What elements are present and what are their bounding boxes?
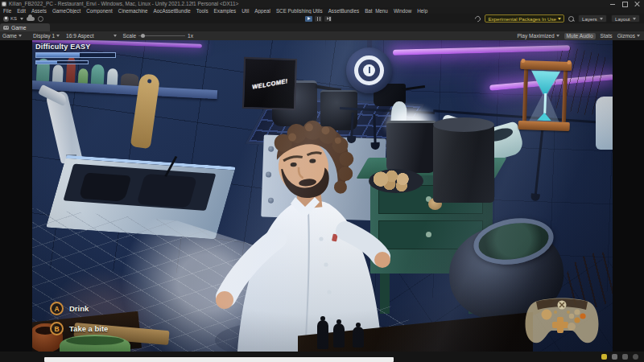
step-button[interactable] [324,15,332,23]
pause-button[interactable] [314,15,323,23]
display-dropdown[interactable]: Display 1 [33,33,60,39]
gizmos-label: Gizmos [617,33,635,39]
mute-audio-label: Mute Audio [567,33,593,39]
layout-dropdown[interactable]: Layout [611,14,640,23]
console-icon[interactable] [612,354,617,360]
chevron-down-icon [558,18,561,20]
gizmos-dropdown[interactable]: Gizmos [617,33,640,39]
menu-bat-menu[interactable]: Bat_Menu [365,8,388,14]
menu-tools[interactable]: Tools [196,8,208,14]
mute-audio-toggle[interactable]: Mute Audio [564,33,596,39]
game-mode-dropdown[interactable]: Game [2,33,22,39]
menu-edit[interactable]: Edit [17,8,26,14]
menu-cinemachine[interactable]: Cinemachine [118,8,148,14]
hourglass-post [522,68,528,122]
chevron-down-icon [19,35,22,37]
button-b-badge: B [50,322,64,335]
services-icon[interactable] [38,16,43,22]
difficulty-progress-bar [35,52,116,58]
menu-assets[interactable]: Assets [31,8,47,14]
gamepad-overlay-icon [523,294,601,348]
hourglass-sand-top [530,70,560,94]
chevron-down-icon [556,35,559,37]
scale-slider-knob[interactable] [141,34,145,38]
status-progress-bar [44,357,394,362]
difficulty-label: Difficulty EASY [35,43,91,51]
welcome-sign: WELCOME! [242,57,297,110]
warning-icon[interactable] [601,354,607,360]
menu-help[interactable]: Help [417,8,427,14]
maximize-icon[interactable] [622,2,627,6]
play-button[interactable] [304,15,313,23]
account-button[interactable]: KS [3,16,23,22]
prompt-take-a-bite-label: Take a bite [69,324,108,333]
window-title: Kilian_FB2022_PC - Restaurant_Envi - Win… [9,0,238,7]
play-icon [308,17,311,20]
close-icon[interactable] [634,2,639,6]
tab-game[interactable]: Game [0,23,50,31]
menu-gameobject[interactable]: GameObject [52,8,80,14]
chevron-down-icon [114,35,117,37]
pause-icon [317,17,320,21]
menu-component[interactable]: Component [86,8,113,14]
play-maximized-dropdown[interactable]: Play Maximized [517,33,559,39]
pepper-mill [353,327,364,348]
experimental-packages-label: Experimental Packages In Use [488,16,556,22]
menu-window[interactable]: Window [394,8,411,14]
welcome-sign-text: WELCOME! [251,77,288,91]
difficulty-progress-fill [36,53,80,57]
menu-sce-publishing-utils[interactable]: SCE Publishing Utils [276,8,323,14]
minimize-icon[interactable] [610,2,615,6]
sink-interior [64,163,217,210]
aspect-label: 16:9 Aspect [66,33,93,39]
white-jug [596,97,613,150]
cloud-icon[interactable] [27,17,35,21]
menu-assetbundles[interactable]: AssetBundles [328,8,360,14]
green-bowl [60,335,130,352]
display-label: Display 1 [33,33,55,39]
chevron-down-icon [633,18,636,20]
scale-slider[interactable] [138,35,185,36]
kitchen-scale-needle [369,67,370,73]
stats-label: Stats [601,33,613,39]
menu-appeal[interactable]: Appeal [254,8,270,14]
prompt-drink: A Drink [50,302,89,315]
game-tab-label: Game [11,25,27,31]
secondary-progress-bar [35,60,89,64]
account-label: KS [10,16,17,21]
menu-aocassetbundle[interactable]: AocAssetBundle [154,8,191,14]
menu-file[interactable]: File [3,8,11,14]
experimental-packages-button[interactable]: Experimental Packages In Use [485,14,564,23]
unity-editor-window: Kilian_FB2022_PC - Restaurant_Envi - Win… [0,0,644,362]
account-icon [3,16,9,22]
aspect-dropdown[interactable]: 16:9 Aspect [66,33,116,39]
secondary-progress-fill [36,61,57,64]
chef-character [213,117,407,352]
unity-logo-icon [2,2,6,6]
game-mode-label: Game [2,33,17,39]
menu-bar: File Edit Assets GameObject Component Ci… [0,7,644,14]
menu-util[interactable]: Util [242,8,249,14]
layout-label: Layout [615,16,630,22]
status-bar [0,352,644,362]
layers-dropdown[interactable]: Layers [578,14,607,23]
menu-examples[interactable]: Examples [214,8,237,14]
activity-icon[interactable] [622,354,628,360]
step-icon [327,17,329,20]
chevron-down-icon [600,18,603,20]
game-viewport[interactable]: WELCOME! [32,40,613,352]
pepper-mill [317,320,328,349]
hourglass-timer [521,60,570,131]
hourglass-post [562,69,568,124]
sink-pot [78,173,131,202]
progress-spinner-icon[interactable] [633,354,638,360]
undo-history-icon[interactable] [474,14,482,23]
game-tab-icon [3,26,9,30]
large-stock-pot [433,124,494,203]
pillarbox-right [613,40,644,352]
chevron-down-icon [20,18,23,20]
search-icon[interactable] [568,16,574,22]
prompt-take-a-bite: B Take a bite [50,322,108,335]
chevron-down-icon [637,35,640,37]
stats-toggle[interactable]: Stats [601,33,613,39]
